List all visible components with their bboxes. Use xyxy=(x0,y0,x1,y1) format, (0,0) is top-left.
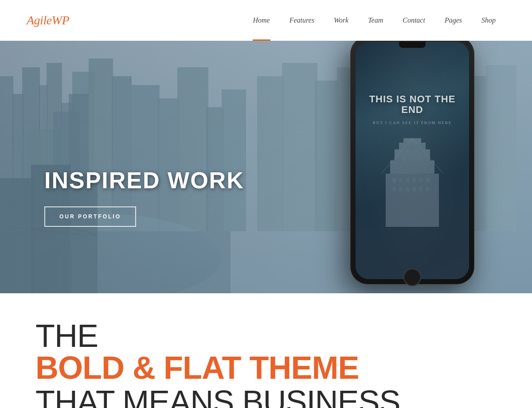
svg-rect-46 xyxy=(412,178,416,183)
bottom-text-container: THE BOLD & FLAT THEME THAT MEANS BUSINES… xyxy=(35,320,497,408)
logo-wp-text: WP xyxy=(52,13,69,27)
nav-team[interactable]: Team xyxy=(358,0,393,41)
logo-agile-text: Agile xyxy=(27,13,52,27)
nav-features[interactable]: Features xyxy=(280,0,324,41)
phone-outer: THIS IS NOT THE END BUT I CAN SEE IT FRO… xyxy=(350,41,474,284)
svg-rect-44 xyxy=(399,178,403,183)
nav-work[interactable]: Work xyxy=(324,0,358,41)
svg-rect-51 xyxy=(406,187,409,191)
portfolio-button[interactable]: OUR PORTFOLIO xyxy=(44,206,136,227)
phone-building-visual xyxy=(372,138,452,227)
svg-rect-41 xyxy=(390,160,434,174)
phone-mockup: THIS IS NOT THE END BUT I CAN SEE IT FRO… xyxy=(328,41,497,293)
hero-title: INSPIRED WORK xyxy=(44,168,244,193)
svg-rect-52 xyxy=(412,187,416,191)
logo[interactable]: AgileWP xyxy=(27,13,69,27)
svg-rect-54 xyxy=(426,187,429,191)
svg-rect-50 xyxy=(399,187,403,191)
bottom-title-line2: BOLD & FLAT THEME xyxy=(35,352,497,384)
nav-home[interactable]: Home xyxy=(243,0,279,41)
bottom-title-line3: THAT MEANS BUSINESS xyxy=(35,386,497,408)
phone-home-button xyxy=(403,268,421,286)
phone-screen: THIS IS NOT THE END BUT I CAN SEE IT FRO… xyxy=(356,42,469,279)
main-nav: Home Features Work Team Contact Pages Sh… xyxy=(243,0,505,41)
phone-notch xyxy=(399,42,426,48)
header: AgileWP Home Features Work Team Contact … xyxy=(0,0,532,41)
svg-rect-47 xyxy=(419,178,422,183)
svg-rect-40 xyxy=(395,149,430,160)
hero-section: INSPIRED WORK OUR PORTFOLIO THIS IS NOT … xyxy=(0,41,532,293)
phone-screen-content: THIS IS NOT THE END BUT I CAN SEE IT FRO… xyxy=(356,42,469,279)
nav-contact[interactable]: Contact xyxy=(393,0,435,41)
nav-shop[interactable]: Shop xyxy=(472,0,505,41)
svg-rect-38 xyxy=(403,138,421,143)
bottom-title-line1: THE xyxy=(35,320,497,352)
bottom-section: THE BOLD & FLAT THEME THAT MEANS BUSINES… xyxy=(0,293,532,408)
nav-pages[interactable]: Pages xyxy=(435,0,472,41)
hero-content: INSPIRED WORK OUR PORTFOLIO xyxy=(44,168,244,227)
svg-rect-49 xyxy=(392,187,396,191)
svg-rect-53 xyxy=(419,187,422,191)
svg-rect-45 xyxy=(406,178,409,183)
svg-rect-39 xyxy=(399,143,426,149)
